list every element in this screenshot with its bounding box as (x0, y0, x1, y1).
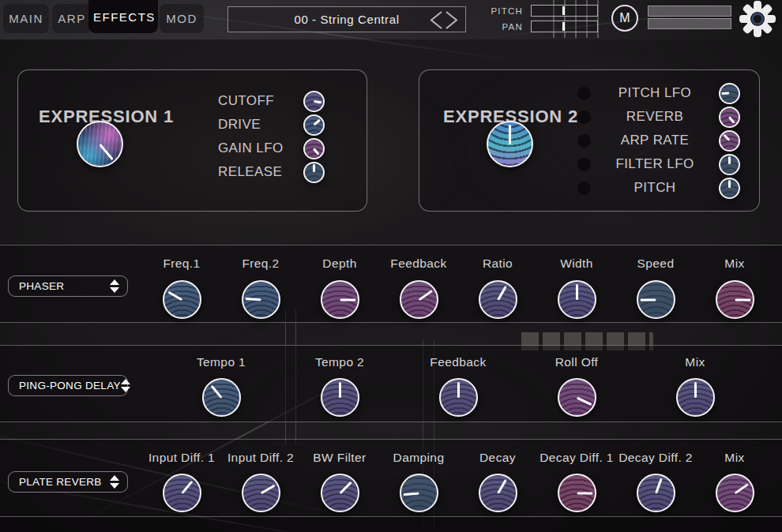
fx-knob-label: Feedback (390, 257, 446, 271)
meter-bar-right (648, 18, 731, 29)
fx-knob[interactable] (321, 378, 359, 417)
param-knob[interactable] (719, 154, 740, 175)
knob-pointer (721, 92, 729, 95)
knob-pointer (99, 144, 113, 160)
preset-selector[interactable]: 00 - String Central (227, 6, 466, 32)
pitch-slider-handle[interactable] (562, 6, 565, 15)
fx-knob-label: Decay Diff. 1 (540, 451, 614, 465)
fx-knob-label: Freq.2 (242, 257, 279, 271)
param-knob[interactable] (719, 107, 740, 128)
param-knob[interactable] (303, 138, 325, 159)
param-label: RELEASE (218, 164, 282, 180)
param-knob[interactable] (719, 83, 740, 104)
tab[interactable]: MOD (160, 4, 204, 33)
settings-button[interactable] (739, 0, 776, 38)
fx-knob[interactable] (558, 378, 596, 417)
selector-updown-icon (121, 379, 130, 392)
param-row: PITCH LFO (577, 83, 740, 103)
topbar: MAIN ARP EFFECTS MOD 00 - String Central… (0, 0, 782, 39)
preset-prev-next-icon[interactable] (427, 9, 461, 31)
fx-knob-column: Tempo 1 (162, 346, 280, 421)
delay-knobs: Tempo 1 Tempo 2 Feedback Roll Off (162, 346, 754, 421)
fx-knob[interactable] (637, 474, 675, 512)
pan-slider[interactable] (531, 21, 598, 32)
fx-knob-label: Freq.1 (163, 257, 200, 271)
fx-knob[interactable] (321, 280, 359, 319)
fx-knob[interactable] (163, 474, 201, 512)
pan-slider-handle[interactable] (562, 22, 565, 31)
knob-pointer (497, 285, 507, 300)
fx-knob-label: Feedback (430, 355, 486, 369)
effect-slot-1-value: PHASER (19, 280, 64, 292)
fx-knob-label: Mix (724, 451, 744, 465)
fx-knob[interactable] (242, 280, 280, 319)
fx-knob-column: Feedback (379, 245, 458, 322)
gear-icon (739, 0, 776, 38)
param-knob[interactable] (303, 114, 325, 136)
effect-slot-3-selector[interactable]: PLATE REVERB (8, 471, 128, 493)
fx-knob[interactable] (716, 474, 754, 512)
param-label: ARP RATE (591, 133, 719, 148)
fx-knob[interactable] (202, 378, 241, 417)
pitch-slider[interactable] (531, 5, 598, 17)
fx-knob[interactable] (163, 280, 201, 319)
fx-knob[interactable] (558, 280, 596, 319)
tab[interactable]: MAIN (3, 4, 49, 33)
knob-pointer (724, 134, 731, 141)
effect-slot-2-selector[interactable]: PING-PONG DELAY (8, 375, 128, 396)
param-bullet (577, 134, 591, 148)
fx-knob[interactable] (321, 474, 359, 512)
fx-knob-column: Damping (379, 440, 458, 516)
knob-pointer (313, 164, 315, 172)
fx-knob-column: BW Filter (300, 440, 379, 516)
knob-pointer (314, 148, 320, 155)
expression-2-params: PITCH LFO REVERB ARP RATE (577, 83, 740, 198)
expression-2-main-knob[interactable] (487, 121, 533, 167)
knob-pointer (576, 396, 591, 405)
selector-updown-icon (110, 279, 119, 293)
knob-pointer (418, 290, 432, 301)
knob-pointer (640, 298, 656, 301)
pan-label: PAN (480, 22, 523, 32)
fx-knob-label: Roll Off (555, 355, 599, 369)
fx-knob[interactable] (439, 378, 478, 417)
fx-knob-column: Mix (695, 440, 774, 516)
param-row: REVERB (577, 107, 740, 127)
fx-knob[interactable] (479, 474, 517, 512)
expression-1-main-knob[interactable] (77, 121, 123, 167)
fx-knob[interactable] (400, 280, 438, 319)
knob-pointer (577, 492, 592, 494)
selector-updown-icon (110, 475, 119, 489)
effect-slot-1-selector[interactable]: PHASER (8, 275, 128, 297)
preset-name: 00 - String Central (294, 13, 399, 26)
tab[interactable]: ARP (52, 4, 92, 33)
param-label: DRIVE (218, 117, 261, 133)
param-knob[interactable] (303, 162, 325, 183)
fx-knob[interactable] (676, 378, 715, 417)
param-knob[interactable] (719, 130, 740, 152)
fx-knob-column: Tempo 2 (280, 346, 399, 421)
fx-knob-column: Width (537, 245, 616, 322)
fx-knob-column: Speed (616, 245, 695, 322)
fx-knob-label: Input Diff. 2 (227, 451, 294, 465)
param-knob[interactable] (719, 178, 740, 199)
fx-knob[interactable] (558, 474, 596, 512)
knob-pointer (728, 156, 731, 164)
effect-slot-2-value: PING-PONG DELAY (19, 380, 121, 392)
param-label: CUTOFF (218, 93, 274, 109)
fx-knob[interactable] (400, 474, 438, 512)
knob-pointer (403, 492, 419, 496)
param-bullet (577, 182, 591, 195)
mute-button[interactable]: M (611, 5, 638, 32)
fx-knob[interactable] (716, 280, 754, 319)
fx-knob-column: Mix (636, 346, 754, 421)
fx-knob[interactable] (637, 280, 675, 319)
param-row: GAIN LFO (218, 137, 325, 159)
fx-knob[interactable] (479, 280, 517, 319)
fx-knob-label: Ratio (483, 257, 513, 271)
expression-2-panel: EXPRESSION 2 PITCH LFO REVERB (419, 69, 760, 212)
param-knob[interactable] (303, 91, 325, 112)
param-bullet (577, 111, 591, 124)
tab[interactable]: EFFECTS (88, 0, 158, 33)
fx-knob[interactable] (242, 474, 280, 512)
